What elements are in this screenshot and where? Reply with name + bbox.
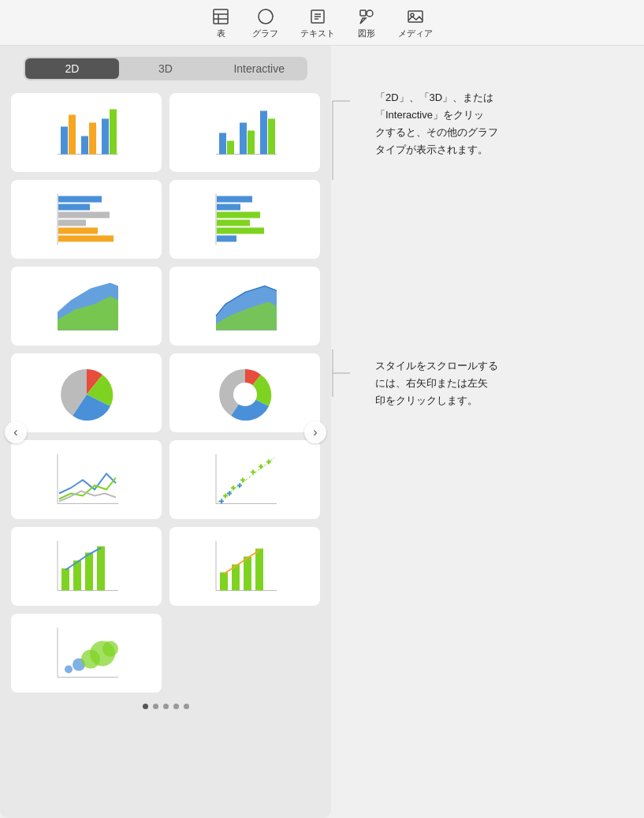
svg-rect-27 [268, 119, 275, 155]
svg-point-48 [233, 383, 257, 406]
toolbar-table-label: 表 [217, 28, 225, 39]
dot-3[interactable] [163, 704, 169, 709]
toolbar-table[interactable]: 表 [211, 7, 230, 39]
toolbar-media-label: メディア [398, 28, 433, 39]
chart-grid [0, 93, 331, 693]
chart-bar-grouped-2[interactable] [169, 93, 320, 172]
toolbar-chart[interactable]: グラフ [252, 7, 278, 39]
svg-rect-40 [217, 228, 264, 234]
svg-rect-33 [58, 228, 98, 234]
nav-left-arrow[interactable]: ‹ [5, 421, 27, 443]
svg-rect-15 [61, 127, 68, 155]
svg-rect-32 [58, 220, 86, 226]
svg-rect-29 [58, 196, 102, 203]
svg-rect-83 [255, 549, 263, 591]
svg-rect-76 [85, 553, 93, 591]
annotation-area: 「2D」、「3D」、または 「Interactive」をクリッ クすると、その他… [331, 46, 644, 818]
svg-rect-24 [240, 123, 247, 155]
svg-rect-20 [110, 110, 117, 155]
tab-interactive[interactable]: Interactive [212, 58, 306, 79]
dot-4[interactable] [173, 704, 179, 709]
toolbar-shape-label: 図形 [358, 28, 375, 39]
svg-rect-41 [217, 236, 236, 242]
svg-rect-82 [244, 557, 251, 591]
toolbar-text[interactable]: テキスト [300, 7, 335, 39]
svg-point-10 [367, 10, 373, 17]
svg-rect-80 [220, 573, 228, 591]
chart-scatter-1[interactable] [169, 440, 320, 519]
svg-rect-34 [58, 236, 114, 242]
chart-bar-grouped-1[interactable] [11, 93, 162, 172]
main-area: ‹ › 2D 3D Interactive [0, 46, 644, 818]
toolbar-shape[interactable]: 図形 [357, 7, 376, 39]
svg-rect-38 [217, 212, 260, 219]
nav-right-arrow[interactable]: › [304, 421, 326, 443]
dot-1[interactable] [143, 704, 148, 709]
annotation-top-text: 「2D」、「3D」、または 「Interactive」をクリッ クすると、その他… [350, 89, 523, 159]
chart-hbar-1[interactable] [11, 180, 162, 259]
svg-rect-0 [214, 9, 228, 24]
svg-rect-19 [102, 119, 109, 155]
chart-bubble-1[interactable] [11, 614, 162, 693]
svg-rect-30 [58, 204, 90, 211]
svg-rect-77 [97, 547, 105, 591]
svg-rect-16 [69, 115, 76, 155]
svg-rect-18 [89, 123, 96, 155]
svg-rect-12 [408, 11, 423, 22]
toolbar-media[interactable]: メディア [398, 7, 433, 39]
chart-donut-1[interactable] [169, 353, 320, 432]
chart-pie-1[interactable] [11, 353, 162, 432]
tab-2d[interactable]: 2D [25, 58, 119, 79]
svg-rect-9 [360, 10, 366, 16]
tab-3d[interactable]: 3D [119, 58, 213, 79]
svg-rect-75 [73, 561, 81, 591]
annotation-mid-text: スタイルをスクロールする には、右矢印または左矢 印をクリックします。 [350, 357, 523, 409]
chart-area-1[interactable] [11, 267, 162, 346]
toolbar-chart-label: グラフ [252, 28, 278, 39]
svg-rect-39 [217, 220, 250, 226]
pagination [143, 704, 189, 709]
tab-bar: 2D 3D Interactive [24, 57, 307, 80]
svg-point-90 [102, 641, 118, 657]
chart-combo-1[interactable] [11, 527, 162, 606]
dot-5[interactable] [184, 704, 189, 709]
chart-hbar-2[interactable] [169, 180, 320, 259]
toolbar-text-label: テキスト [300, 28, 335, 39]
svg-rect-31 [58, 212, 110, 219]
svg-rect-26 [260, 111, 267, 155]
svg-rect-22 [219, 133, 226, 155]
dot-2[interactable] [153, 704, 158, 709]
svg-rect-74 [61, 569, 69, 591]
chart-line-1[interactable] [11, 440, 162, 519]
svg-rect-17 [81, 136, 88, 155]
svg-marker-11 [360, 18, 366, 24]
svg-rect-36 [217, 196, 252, 203]
chart-combo-2[interactable] [169, 527, 320, 606]
chart-area-2[interactable] [169, 267, 320, 346]
svg-point-86 [65, 666, 73, 674]
chart-panel: ‹ › 2D 3D Interactive [0, 46, 331, 818]
toolbar: 表 グラフ テキスト 図形 メディア [0, 0, 644, 46]
svg-rect-37 [217, 204, 240, 211]
svg-rect-23 [227, 141, 234, 155]
svg-rect-25 [248, 131, 255, 155]
